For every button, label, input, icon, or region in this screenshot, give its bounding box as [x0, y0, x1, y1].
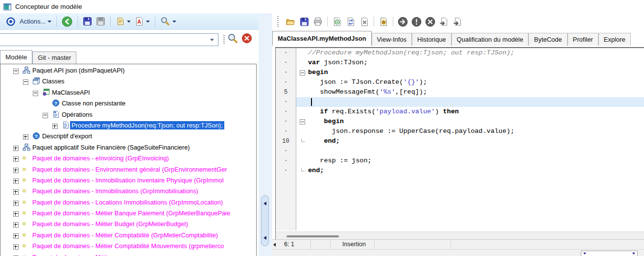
document-gear-icon[interactable]: [378, 16, 389, 27]
tree-item[interactable]: Paquet de domaines - Locations Immobilis…: [0, 198, 256, 208]
tab-profiler[interactable]: Profiler: [568, 33, 598, 46]
code-line[interactable]: ·end;: [276, 166, 644, 176]
tab-maclasseapi-mymethodjson[interactable]: MaClasseAPI.myMethodJson: [272, 31, 372, 46]
tab-bytecode[interactable]: ByteCode: [528, 33, 567, 46]
tab-git[interactable]: Git - master: [32, 51, 76, 64]
tree-item[interactable]: ?Classe non persistante: [0, 99, 256, 109]
save-icon[interactable]: [299, 16, 310, 27]
expand-icon[interactable]: [52, 124, 58, 129]
expand-icon[interactable]: [13, 201, 19, 206]
tree-item[interactable]: ?Descriptif d'export: [0, 131, 256, 142]
expand-icon[interactable]: [13, 244, 19, 250]
code-line[interactable]: ·: [276, 97, 644, 107]
expand-icon[interactable]: [13, 179, 19, 184]
code-line[interactable]: · resp := json;: [276, 156, 644, 166]
search-combobox[interactable]: [0, 33, 218, 46]
tree-item[interactable]: Classes: [0, 77, 256, 87]
tree-item[interactable]: Paquet de domaines - Immobilisations (Gr…: [0, 186, 256, 197]
document-goto-icon[interactable]: [438, 16, 449, 27]
expand-icon[interactable]: [13, 233, 19, 239]
combo-chevron-icon[interactable]: [210, 39, 214, 41]
expand-icon[interactable]: [13, 156, 19, 162]
tab-modele[interactable]: Modèle: [0, 50, 32, 64]
document-at-icon[interactable]: [332, 16, 342, 27]
code-line[interactable]: 10 end;: [276, 136, 644, 146]
tab-explore[interactable]: Explore: [598, 33, 631, 46]
fold-marker-icon[interactable]: [296, 119, 308, 125]
tree-item[interactable]: Paquet de domaines - Immobilisation Inve…: [0, 176, 256, 186]
tree-item[interactable]: MaClasseAPI: [0, 88, 256, 99]
code-line[interactable]: 5 showMessageFmt('%s',[req]);: [276, 87, 644, 97]
circle-arrow-icon[interactable]: [397, 16, 408, 27]
collapse-icon[interactable]: [13, 69, 19, 74]
class-icon: [42, 88, 50, 96]
open-folder-icon[interactable]: [285, 16, 296, 27]
collapse-icon[interactable]: [33, 91, 38, 96]
fold-marker-icon[interactable]: [296, 70, 308, 76]
circle-close-icon[interactable]: [425, 16, 435, 27]
tree-item[interactable]: Paquet de domaines - Environnement génér…: [0, 165, 256, 176]
code-line[interactable]: · json := TJson.Create('{}');: [276, 77, 644, 87]
font-menu-button[interactable]: A: [133, 16, 152, 27]
collapse-left-icon[interactable]: [263, 202, 266, 205]
tree-item[interactable]: Paquet API json (dsmPaquetAPI): [0, 66, 256, 77]
tree-item[interactable]: Paquet de domaines - Métier Banque Paiem…: [0, 208, 256, 219]
clear-search-icon[interactable]: [241, 33, 252, 45]
tree-item[interactable]: Paquet de domaines - Métier ...: [0, 253, 256, 256]
code-line[interactable]: ·//Procedure myMethodJson(req:Tjson; out…: [276, 48, 644, 58]
tree-item[interactable]: Opérations: [0, 110, 256, 121]
expand-icon[interactable]: [13, 222, 19, 228]
tab-historique[interactable]: Historique: [412, 33, 452, 46]
toolbar-grip: [277, 16, 279, 27]
collapse-icon[interactable]: [23, 79, 28, 85]
expand-icon[interactable]: [13, 168, 19, 173]
code-line[interactable]: · begin: [276, 117, 644, 127]
document-refresh-icon[interactable]: [345, 16, 356, 27]
code-editor[interactable]: ·//Procedure myMethodJson(req:Tjson; out…: [275, 47, 644, 253]
panel-splitter[interactable]: [259, 13, 272, 256]
document-goto2-icon[interactable]: [452, 16, 463, 27]
tree-item[interactable]: Paquet de domaines - Métier Comptabilité…: [0, 241, 256, 252]
code-line[interactable]: ·: [276, 146, 644, 156]
back-button[interactable]: [60, 15, 74, 28]
fold-marker-icon[interactable]: [296, 168, 308, 174]
fold-marker-icon[interactable]: [296, 139, 308, 144]
document-close-icon[interactable]: [359, 16, 370, 27]
expand-icon[interactable]: [23, 134, 28, 140]
save-button[interactable]: [81, 16, 94, 27]
tab-view-infos[interactable]: View-Infos: [372, 33, 412, 46]
expand-icon[interactable]: [13, 146, 19, 151]
script-menu-button[interactable]: [114, 16, 133, 27]
tab-qualification-du-mod-le[interactable]: Qualification du modèle: [452, 33, 529, 46]
status-bar: 6: 1Insertion: [272, 239, 644, 250]
triangle-down-icon[interactable]: [583, 253, 586, 255]
expand-icon[interactable]: [13, 211, 19, 217]
code-text: json := TJson.Create('{}');: [308, 77, 427, 87]
tree-item[interactable]: Procedure myMethodJson(req:Tjson; out re…: [0, 121, 256, 131]
code-line[interactable]: ·var json:TJson;: [276, 58, 644, 68]
code-line[interactable]: ·begin: [276, 68, 644, 77]
bottom-navigator[interactable]: [581, 251, 638, 256]
actions-menu-button[interactable]: Actions...: [18, 17, 53, 26]
tree-item[interactable]: Paquet applicatif Suite Financière (Sage…: [0, 143, 256, 154]
expand-icon[interactable]: [13, 189, 19, 195]
code-line[interactable]: · if req.Exists('payload.value') then: [276, 107, 644, 117]
splitter-collapse-control[interactable]: [261, 195, 269, 246]
app-window-icon: [3, 3, 11, 10]
print-icon[interactable]: [312, 16, 323, 27]
collapse-icon[interactable]: [43, 113, 48, 118]
search-menu-button[interactable]: [158, 15, 178, 27]
code-text: var json:TJson;: [308, 58, 368, 68]
code-line[interactable]: · json.response := UpperCase(req.payload…: [276, 127, 644, 136]
collapse-left-icon[interactable]: [263, 236, 266, 240]
scrollbar-thumb[interactable]: [286, 235, 339, 237]
triangle-down-icon[interactable]: [632, 253, 635, 255]
dot-icon: [23, 220, 30, 228]
tree-item-label: Paquet de domaines - Immobilisations (Gr…: [32, 187, 198, 195]
circle-exclamation-icon[interactable]: [411, 16, 422, 27]
target-icon[interactable]: [4, 16, 18, 27]
tree-item[interactable]: Paquet de domaines - eInvoicing (GrpEInv…: [0, 154, 256, 164]
tree-item[interactable]: Paquet de domaines - Métier Budget (GrpM…: [0, 219, 256, 230]
search-icon[interactable]: [227, 33, 239, 46]
tree-item[interactable]: Paquet de domaines - Métier Comptabilité…: [0, 230, 256, 241]
